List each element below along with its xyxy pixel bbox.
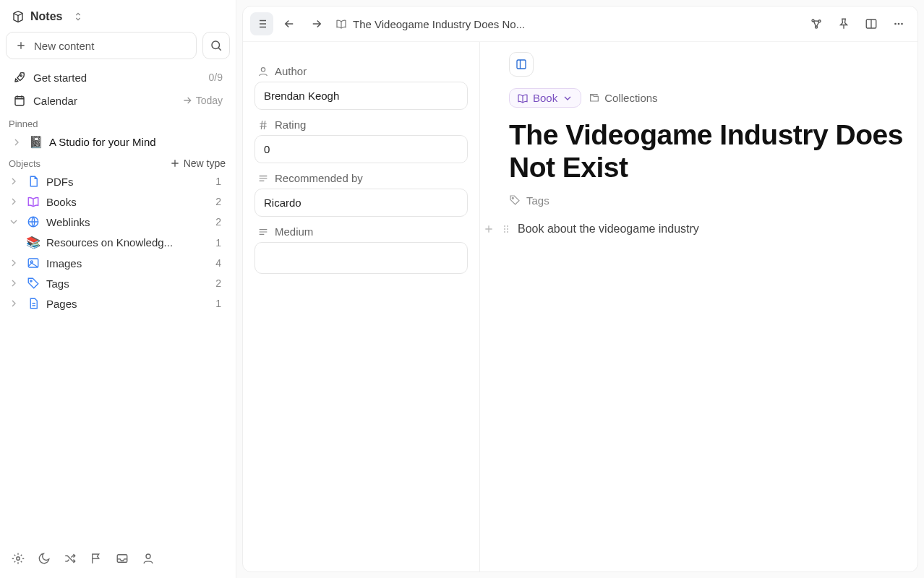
more-button[interactable] [887, 12, 910, 35]
svg-point-23 [507, 228, 508, 230]
recommended-input[interactable] [254, 189, 468, 217]
pin-icon [837, 17, 850, 30]
bottom-toolbar [6, 543, 230, 578]
svg-point-6 [30, 280, 32, 282]
sidebar-item-pdfs[interactable]: PDFs 1 [6, 172, 230, 191]
hash-icon [257, 119, 269, 131]
new-content-label: New content [34, 40, 94, 52]
svg-point-12 [816, 26, 818, 28]
get-started-item[interactable]: Get started 0/9 [6, 66, 230, 88]
calendar-icon [13, 94, 26, 107]
svg-point-16 [901, 23, 903, 25]
sidebar-item-count: 2 [215, 277, 226, 289]
prop-author-label: Author [254, 56, 468, 82]
svg-point-19 [512, 198, 513, 199]
back-button[interactable] [278, 12, 301, 35]
svg-point-0 [212, 41, 220, 49]
pinned-item[interactable]: 📓 A Studio for your Mind [6, 132, 230, 152]
forward-button[interactable] [305, 12, 328, 35]
plus-icon [15, 40, 27, 51]
author-input[interactable] [254, 82, 468, 110]
paragraph-text[interactable]: Book about the videogame industry [518, 223, 699, 236]
sidebar-item-pages[interactable]: Pages 1 [6, 294, 230, 313]
book-icon [517, 92, 529, 104]
collections-label: Collections [604, 92, 657, 104]
new-type-button[interactable]: New type [169, 158, 226, 169]
rating-input[interactable] [254, 135, 468, 163]
svg-point-10 [812, 20, 814, 22]
sidebar-item-label: Pages [46, 298, 77, 310]
workspace-switcher[interactable]: Notes [6, 6, 230, 27]
search-icon [210, 39, 223, 52]
svg-point-21 [507, 225, 508, 227]
svg-point-15 [898, 23, 900, 25]
chevron-right-icon [8, 257, 20, 269]
sidebar-item-label: Weblinks [46, 216, 90, 228]
svg-rect-18 [517, 60, 526, 69]
sidebar-item-tags[interactable]: Tags 2 [6, 274, 230, 293]
lines-icon [257, 173, 269, 184]
settings-button[interactable] [12, 552, 25, 565]
arrow-right-icon [310, 17, 323, 30]
sidebar-item-images[interactable]: Images 4 [6, 254, 230, 272]
drag-handle[interactable] [500, 223, 512, 235]
pinned-label: A Studio for your Mind [49, 136, 156, 148]
sidebar: Notes New content Get started 0/9 Calend… [0, 0, 236, 578]
medium-input[interactable] [254, 242, 468, 274]
gear-icon [12, 552, 25, 565]
user-icon [257, 66, 269, 77]
lines-icon [257, 226, 269, 238]
svg-point-22 [504, 228, 505, 230]
panel: The Videogame Industry Does No... Author [242, 6, 918, 572]
calendar-today[interactable]: Today [181, 95, 223, 106]
inbox-icon [116, 552, 129, 565]
chevron-right-icon [8, 277, 20, 289]
random-button[interactable] [64, 552, 77, 565]
document-title[interactable]: The Videogame Industry Does Not Exist [509, 119, 909, 184]
collections-button[interactable]: Collections [589, 92, 657, 104]
graph-button[interactable] [805, 12, 828, 35]
new-content-button[interactable]: New content [6, 32, 197, 59]
panel-icon [515, 58, 528, 71]
sidebar-item-count: 1 [215, 176, 226, 187]
tags-row[interactable]: Tags [509, 194, 909, 207]
svg-point-25 [507, 231, 508, 233]
sidebar-item-count: 4 [215, 257, 226, 269]
svg-point-24 [504, 231, 505, 233]
collections-icon [589, 92, 600, 104]
breadcrumb-title: The Videogame Industry Does No... [353, 18, 525, 30]
theme-button[interactable] [38, 552, 51, 565]
tags-label: Tags [526, 194, 549, 207]
flag-button[interactable] [90, 552, 103, 565]
flag-icon [90, 552, 103, 565]
inbox-button[interactable] [116, 552, 129, 565]
pin-button[interactable] [832, 12, 855, 35]
pinned-section-label: Pinned [6, 111, 230, 132]
pdf-icon [27, 175, 40, 188]
svg-point-17 [261, 67, 265, 71]
workspace-name: Notes [30, 10, 62, 23]
svg-rect-2 [15, 97, 24, 105]
calendar-label: Calendar [33, 95, 77, 107]
panel-layout-button[interactable] [509, 52, 534, 77]
properties-panel: Author Rating Recommended by [243, 42, 480, 571]
account-button[interactable] [142, 552, 155, 565]
breadcrumb[interactable]: The Videogame Industry Does No... [335, 18, 525, 30]
add-block-button[interactable] [483, 223, 495, 235]
svg-point-7 [17, 557, 20, 561]
sidebar-item-books[interactable]: Books 2 [6, 192, 230, 211]
chevron-right-icon [8, 176, 20, 187]
type-chip[interactable]: Book [509, 88, 581, 108]
sidebar-item-weblinks[interactable]: Weblinks 2 [6, 212, 230, 231]
split-button[interactable] [860, 12, 883, 35]
drag-icon [500, 223, 512, 235]
get-started-progress: 0/9 [209, 72, 223, 83]
search-button[interactable] [202, 32, 230, 59]
get-started-label: Get started [33, 72, 87, 84]
more-icon [892, 17, 905, 30]
svg-point-20 [504, 225, 505, 227]
calendar-item[interactable]: Calendar Today [6, 90, 230, 111]
sidebar-item-weblink-child[interactable]: 📚 Resources on Knowledg... 1 [6, 233, 230, 252]
chevron-right-icon [11, 137, 22, 148]
toggle-sidebar-button[interactable] [250, 12, 273, 35]
